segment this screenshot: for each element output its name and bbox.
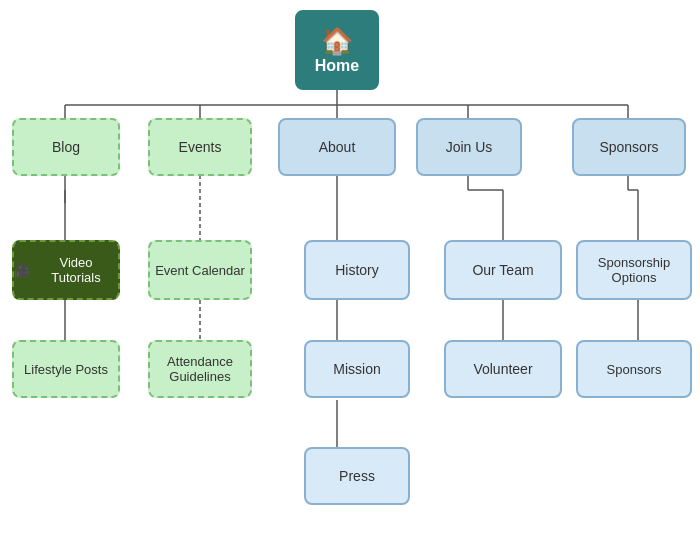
attendance-guidelines-label: Attendance Guidelines [150,354,250,384]
sponsors-child-node[interactable]: Sponsors [576,340,692,398]
sponsorship-options-label: Sponsorship Options [578,255,690,285]
lifestyle-posts-label: Lifestyle Posts [24,362,108,377]
our-team-node[interactable]: Our Team [444,240,562,300]
home-icon: 🏠 [321,26,353,57]
about-node[interactable]: About [278,118,396,176]
attendance-guidelines-node[interactable]: Attendance Guidelines [148,340,252,398]
history-label: History [335,262,379,278]
video-tutorials-node[interactable]: 🎥 Video Tutorials [12,240,120,300]
video-tutorials-label: Video Tutorials [34,255,118,285]
blog-label: Blog [52,139,80,155]
lifestyle-posts-node[interactable]: Lifestyle Posts [12,340,120,398]
volunteer-label: Volunteer [473,361,532,377]
sponsors-top-node[interactable]: Sponsors [572,118,686,176]
join-us-label: Join Us [446,139,493,155]
camera-icon: 🎥 [14,263,30,278]
volunteer-node[interactable]: Volunteer [444,340,562,398]
about-label: About [319,139,356,155]
our-team-label: Our Team [472,262,533,278]
event-calendar-label: Event Calendar [155,263,245,278]
home-node[interactable]: 🏠 Home [295,10,379,90]
home-label: Home [315,57,359,75]
sponsorship-options-node[interactable]: Sponsorship Options [576,240,692,300]
sponsors-top-label: Sponsors [599,139,658,155]
history-node[interactable]: History [304,240,410,300]
press-label: Press [339,468,375,484]
join-us-node[interactable]: Join Us [416,118,522,176]
blog-node[interactable]: Blog [12,118,120,176]
events-node[interactable]: Events [148,118,252,176]
sponsors-child-label: Sponsors [607,362,662,377]
events-label: Events [179,139,222,155]
tree-container: 🏠 Home Blog Events About Join Us Sponsor… [0,0,700,533]
mission-label: Mission [333,361,380,377]
event-calendar-node[interactable]: Event Calendar [148,240,252,300]
press-node[interactable]: Press [304,447,410,505]
mission-node[interactable]: Mission [304,340,410,398]
